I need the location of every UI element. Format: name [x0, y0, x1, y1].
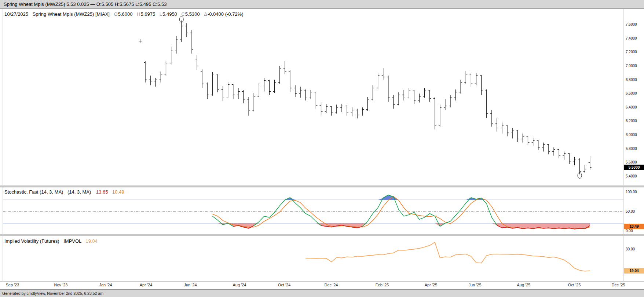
stoch-axis-label: 0.00: [626, 229, 633, 233]
price-axis-label: 5.8000: [626, 147, 637, 151]
stoch-axis-label: 50.00: [626, 209, 635, 213]
price-axis-label: 5.6000: [626, 160, 637, 164]
price-axis-label: 6.0000: [626, 133, 637, 137]
price-axis-label: 7.4000: [626, 36, 637, 40]
time-axis-label: Aug '24: [233, 283, 246, 287]
time-axis-label: Sep '23: [6, 283, 19, 287]
price-axis-label: 6.4000: [626, 105, 637, 109]
time-axis-label: Nov '23: [54, 283, 68, 287]
price-axis-label: 6.6000: [626, 91, 637, 95]
time-axis-label: Dec '25: [612, 283, 625, 287]
time-axis-label: Feb '25: [376, 283, 389, 287]
price-axis[interactable]: 7.60007.40007.20007.00006.80006.60006.40…: [625, 0, 644, 297]
time-axis-label: Jan '24: [99, 283, 112, 287]
chart-area: Spring Wheat Mpls (MWZ25) 5.53 0.025 — O…: [0, 0, 644, 297]
time-axis-label: Oct '25: [568, 283, 581, 287]
time-axis-label: Apr '24: [140, 283, 153, 287]
price-axis-label: 5.4000: [626, 174, 637, 178]
price-axis-label: 6.2000: [626, 119, 637, 123]
price-axis-label: 7.0000: [626, 64, 637, 68]
time-axis-label: Oct '24: [278, 283, 291, 287]
stochastic-last-badge: 10.49: [624, 224, 644, 229]
price-axis-label: 6.8000: [626, 78, 637, 82]
price-axis-label: 7.2000: [626, 50, 637, 54]
time-axis-label: Dec '24: [325, 283, 338, 287]
stoch-axis-label: 100.00: [626, 190, 637, 194]
time-axis-label: Apr '25: [425, 283, 438, 287]
time-axis-label: Jun '24: [184, 283, 197, 287]
current-price-badge: 5.5300: [624, 165, 644, 170]
time-axis[interactable]: Sep '23Nov '23Jan '24Apr '24Jun '24Aug '…: [0, 0, 644, 297]
window: { "titlebar": { "text": "Spring Wheat Mp…: [0, 0, 644, 297]
impvol-axis-label: 30.00: [626, 247, 635, 251]
impvol-last-badge: 19.04: [624, 268, 644, 274]
time-axis-label: Aug '25: [517, 283, 531, 287]
time-axis-label: Jun '25: [468, 283, 481, 287]
price-axis-label: 7.6000: [626, 22, 637, 26]
